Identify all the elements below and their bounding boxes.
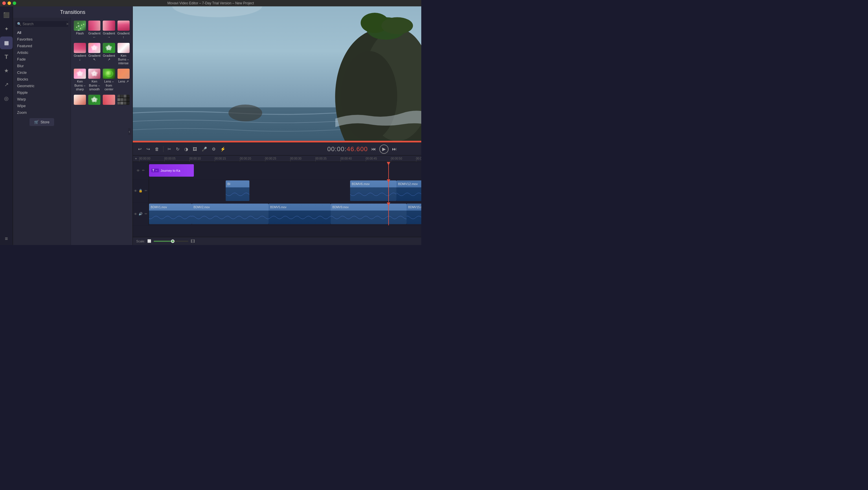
play-button[interactable]: ▶ (379, 145, 389, 154)
v1-vol-btn[interactable]: 🔊 (138, 212, 143, 216)
toolbar-media-btn[interactable]: ⬛ (0, 9, 13, 22)
text-track-eye-btn[interactable]: 👁 (136, 168, 140, 173)
settings-button[interactable]: ⚙ (210, 145, 217, 153)
adjust-button[interactable]: ⚡ (218, 145, 227, 153)
search-clear-icon[interactable]: ✕ (66, 22, 69, 26)
collapse-sidebar-btn[interactable]: ‹ (128, 128, 131, 135)
search-bar[interactable]: 🔍 ✕ (16, 21, 68, 27)
category-wipe[interactable]: Wipe (13, 103, 71, 109)
category-ripple[interactable]: Ripple (13, 89, 71, 96)
transition-gradient-down[interactable]: Gradient ↓ (73, 42, 87, 67)
next-frame-button[interactable]: ⏭ (391, 145, 398, 153)
undo-button[interactable]: ↩ (136, 145, 144, 153)
clip-bdmv2[interactable]: BDMV2.mov (192, 204, 269, 224)
toolbar-effects-btn[interactable]: ✦ (0, 23, 13, 35)
transition-gradient-left[interactable]: Gradient ← (88, 20, 101, 41)
category-zoom[interactable]: Zoom (13, 109, 71, 116)
transition-ken-smooth[interactable]: Ken Burns – smooth (88, 68, 101, 93)
transition-partial3[interactable] (102, 94, 116, 108)
toolbar-transitions2-btn[interactable]: ↗ (0, 78, 13, 91)
cut-button[interactable]: ✂ (166, 145, 173, 153)
audio-button[interactable]: 🎤 (200, 145, 209, 153)
scale-slider[interactable] (154, 241, 188, 242)
ruler-tick-5: 00:00:25 (265, 155, 276, 162)
clip-bdmv12[interactable]: BDMV12.mov (396, 180, 421, 201)
category-all[interactable]: All (13, 29, 71, 36)
image-button[interactable]: 🖼 (191, 145, 199, 153)
v2-lock-btn[interactable]: 🔒 (138, 189, 143, 193)
store-button[interactable]: 🛒 Store (30, 118, 54, 126)
transition-flash[interactable]: Flash (73, 20, 87, 41)
close-button[interactable] (2, 1, 6, 5)
timecode-end: 46.600 (347, 145, 368, 153)
transition-gradient-tr[interactable]: Gradient ↗ (102, 42, 116, 67)
transition-ken-sharp[interactable]: Ken Burns – sharp (73, 68, 87, 93)
prev-frame-button[interactable]: ⏮ (370, 145, 377, 153)
toolbar-filter-btn[interactable]: ◎ (0, 92, 13, 105)
scale-slider-thumb[interactable] (171, 239, 175, 243)
rotate-button[interactable]: ↻ (174, 145, 181, 153)
media-icon: ⬛ (3, 12, 9, 18)
minimize-button[interactable] (7, 1, 11, 5)
add-track-button[interactable]: + (133, 155, 139, 162)
ruler-tick-10: 00:00:50 (391, 155, 402, 162)
v2-edit-btn[interactable]: ✏ (144, 189, 148, 193)
progress-bar[interactable] (133, 141, 421, 143)
transition-ken-intense[interactable]: Ken Burns – intense (117, 42, 130, 67)
v1-edit-btn[interactable]: ✏ (144, 212, 148, 216)
text-track-content: T→ Journey to Ka (149, 162, 421, 179)
toolbar-text-btn[interactable]: T (0, 50, 13, 63)
titlebar: Movavi Video Editor – 7-Day Trial Versio… (0, 0, 421, 6)
transitions-icon: ▦ (4, 40, 9, 46)
category-featured[interactable]: Featured (13, 42, 71, 49)
preview-video: ? (133, 6, 421, 141)
transitions-panel: Transitions 🔍 ✕ All Favorites Featured A… (13, 6, 133, 245)
ruler-tick-9: 00:00:45 (366, 155, 377, 162)
delete-button[interactable]: 🗑 (153, 145, 161, 153)
transition-gradient-up[interactable]: Gradient ↑ (117, 20, 130, 41)
redo-button[interactable]: ↪ (145, 145, 152, 153)
transition-label-lens-diag: Lens ↗ (118, 80, 129, 85)
toolbar-transitions-btn[interactable]: ▦ (0, 36, 13, 49)
transition-partial2[interactable] (88, 94, 101, 108)
category-fade[interactable]: Fade (13, 56, 71, 62)
clip-bdmv6-waveform (350, 188, 396, 201)
video-track-1-controls: 👁 🔊 ✏ (133, 202, 149, 225)
play-icon: ▶ (382, 146, 386, 152)
timeline-ruler: 00:00:00 00:00:05 00:00:10 00:00:15 00:0… (139, 155, 421, 162)
clip-bdmv15[interactable]: BDMV15.mov (406, 204, 421, 224)
clip-bdmv1[interactable]: BDMV1.mov (149, 204, 192, 224)
transition-lens-diag[interactable]: Lens ↗ (117, 68, 130, 93)
maximize-button[interactable] (13, 1, 16, 5)
category-circle[interactable]: Circle (13, 69, 71, 76)
toolbar-stickers-btn[interactable]: ★ (0, 64, 13, 77)
category-warp[interactable]: Warp (13, 96, 71, 103)
clip-bdmv5[interactable]: BDMV5.mov (269, 204, 331, 224)
transition-label-gradient-tr: Gradient ↗ (103, 54, 115, 62)
category-artistic[interactable]: Artistic (13, 49, 71, 56)
category-geometric[interactable]: Geometric (13, 83, 71, 89)
category-blocks[interactable]: Blocks (13, 76, 71, 83)
search-input[interactable] (23, 22, 66, 26)
category-blur[interactable]: Blur (13, 62, 71, 69)
transition-gradient-tl[interactable]: Gradient ↖ (88, 42, 101, 67)
text-track-edit-btn[interactable]: ✏ (141, 168, 146, 173)
clip-bdmv9[interactable]: BDMV9.mov (331, 204, 406, 224)
timeline-tracks: 👁 ✏ T→ Journey to Ka (133, 162, 421, 226)
text-clip-journey[interactable]: T→ Journey to Ka (149, 164, 194, 177)
clip-bl[interactable]: Bl (226, 180, 249, 201)
transition-lens-center[interactable]: Lens – from center (102, 68, 116, 93)
v1-eye-btn[interactable]: 👁 (133, 212, 138, 216)
transition-partial4[interactable] (117, 94, 130, 108)
window-controls[interactable] (2, 1, 16, 5)
clip-bdmv6[interactable]: BDMV6.mov (350, 180, 396, 201)
toolbar-list-btn[interactable]: ≡ (0, 232, 13, 245)
transition-partial1[interactable] (73, 94, 87, 108)
category-favorites[interactable]: Favorites (13, 36, 71, 42)
adjust-icon: ⚡ (220, 147, 226, 151)
ruler-tick-4: 00:00:20 (240, 155, 251, 162)
transition-gradient-right[interactable]: Gradient → (102, 20, 116, 41)
ruler-tick-8: 00:00:40 (341, 155, 352, 162)
color-button[interactable]: ◑ (183, 145, 190, 153)
v2-eye-btn[interactable]: 👁 (133, 189, 138, 193)
